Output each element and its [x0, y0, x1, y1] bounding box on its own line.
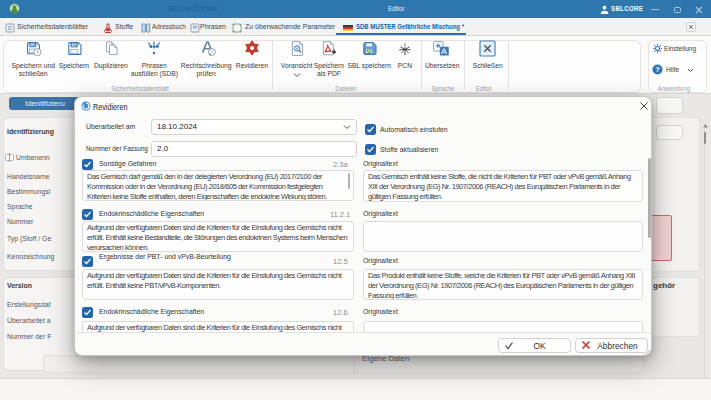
svg-text:?: ? — [655, 65, 660, 74]
